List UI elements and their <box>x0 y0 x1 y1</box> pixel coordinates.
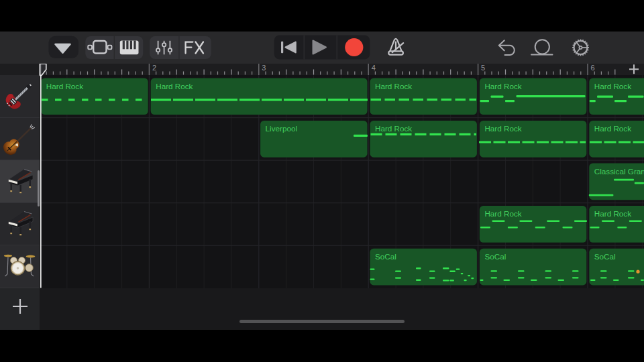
svg-text:Classical Grand: Classical Grand <box>594 167 644 176</box>
svg-text:Hard Rock: Hard Rock <box>46 82 83 90</box>
svg-text:SoCal: SoCal <box>484 252 506 261</box>
svg-text:Hard Rock: Hard Rock <box>156 82 193 90</box>
svg-text:Liverpool: Liverpool <box>266 124 297 133</box>
svg-text:SoCal: SoCal <box>375 252 396 261</box>
svg-text:Hard Rock: Hard Rock <box>594 209 631 218</box>
svg-text:Hard Rock: Hard Rock <box>484 209 521 218</box>
svg-text:Hard Rock: Hard Rock <box>484 124 521 133</box>
svg-text:Hard Rock: Hard Rock <box>484 82 521 90</box>
svg-text:6: 6 <box>591 64 595 72</box>
svg-text:Hard Rock: Hard Rock <box>375 82 412 90</box>
svg-text:4: 4 <box>372 64 376 72</box>
svg-text:2: 2 <box>152 64 156 72</box>
svg-text:Hard Rock: Hard Rock <box>594 82 631 90</box>
svg-text:3: 3 <box>262 64 266 72</box>
svg-text:Hard Rock: Hard Rock <box>375 124 412 133</box>
svg-text:Hard Rock: Hard Rock <box>594 124 631 133</box>
svg-text:SoCal: SoCal <box>594 252 616 261</box>
svg-text:5: 5 <box>481 64 485 72</box>
